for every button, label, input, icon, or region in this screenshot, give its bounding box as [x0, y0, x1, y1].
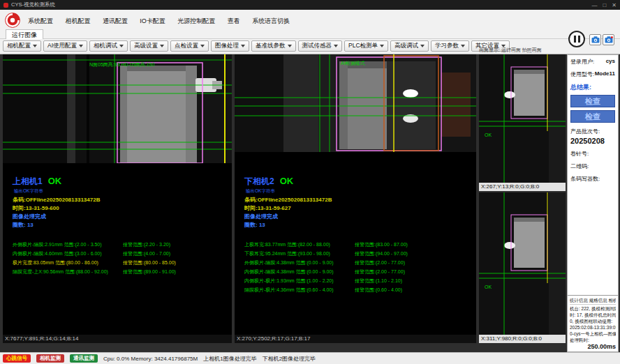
status-badge-0: 心跳信号 [3, 354, 31, 363]
result-box-1: 检查 [570, 95, 615, 107]
toolbar-learning-params[interactable]: 学习参数 [431, 40, 469, 52]
upper-process-status: 图像处理完成 [13, 213, 46, 220]
measurement-row: 内侧极片-隔膜:4.60mm 范围:(3.00 - 6.00) 报警范围:(4.… [13, 250, 230, 257]
measurement-warn: 报警范围:(2.00 - 77.00) [355, 268, 475, 275]
measurement-warn: 报警范围:(2.00 - 77.00) [355, 259, 475, 266]
stats-line: 机台: 222, 换模检测间隔 [570, 305, 616, 312]
camera-thumb-bottom-image[interactable] [479, 192, 566, 335]
upper-turns-text: 圈数: 13 [13, 221, 34, 229]
measurement-warn: 报警范围:(83.00 - 87.00) [355, 241, 475, 248]
batch-value: 20250208 [570, 137, 615, 145]
camera1-status-text: 上相机1图像处理完毕 [203, 355, 256, 363]
lower-camera-name: 下相机2OK [244, 176, 293, 188]
measurement-warn: 报警范围:(4.00 - 7.00) [123, 250, 230, 257]
toolbar-baseline-params[interactable]: 基准线参数 [251, 40, 296, 52]
toolbar-ai-config[interactable]: AI使用配置 [43, 40, 87, 52]
measurement-row: 内侧极片-极片:1.93mm 范围:(1.00 - 2.20) 报警范围:(1.… [244, 278, 475, 285]
result-box-2: 检查 [570, 110, 615, 123]
measurement-row: 外侧极片-隔膜:2.91mm 范围:(2.00 - 3.50) 报警范围:(2.… [13, 241, 230, 248]
measurement-row: 隔膜极片-极片:4.36mm 范围:(0.60 - 4.00) 报警范围:(0.… [244, 287, 475, 294]
camera-view-upper[interactable]: N面05两高:93 HD-05两高:150 上相机1OK 输出OK字符串 条码:… [3, 54, 232, 343]
maximize-button[interactable]: □ [603, 2, 606, 8]
minimize-button[interactable]: — [591, 2, 597, 8]
toolbar-sensor-test[interactable]: 测试传感器 [298, 40, 343, 52]
view-mode-header: 画面显示: 运行画面 拍照画面 [479, 47, 542, 54]
app-logo [3, 11, 22, 29]
stats-line: 0-cys一号上相机—图像 [570, 331, 616, 337]
camera-name-text: 上相机1 [13, 176, 43, 186]
status-badge-2: 通讯监测 [70, 354, 98, 363]
camera-image-upper[interactable] [3, 54, 232, 163]
measurement-warn: 报警范围:(94.00 - 97.00) [355, 250, 475, 257]
toolbar-spot-check[interactable]: 点检设置 [170, 40, 209, 52]
measurement-text: 内侧极片-极片:1.93mm 范围:(1.00 - 2.20) [244, 278, 355, 285]
thumb-bottom-overlay-text: OK [485, 285, 492, 289]
stats-tabs[interactable]: 统计信息 规格信息 相机信息 [570, 297, 616, 305]
thumb-top-pixel-coords: X:267;Y:13;R:0;G:0;B:0 [479, 183, 566, 191]
stats-line: 0, 换模图框联动使用: [570, 318, 616, 324]
upper-camera-name: 上相机1OK [13, 176, 61, 188]
titlebar: CYS-视觉检测系统 — □ ✕ [0, 0, 620, 10]
measurement-warn: 报警范围:(1.10 - 2.10) [355, 278, 475, 285]
menu-item-comm-config[interactable]: 通讯配置 [103, 17, 128, 26]
lower-barcode-text: 条码:OFFline2025020813313472B [244, 196, 332, 204]
measurement-row: 内侧极片-隔膜:4.38mm 范围:(0.00 - 9.00) 报警范围:(2.… [244, 268, 475, 275]
lower-roi-overlay-text: AI检测模式 [341, 60, 365, 67]
measurement-warn: 报警范围:(2.20 - 3.20) [123, 241, 230, 248]
pause-icon [578, 36, 580, 43]
toolbar-plc-checklist[interactable]: PLC检测单 [344, 40, 388, 52]
toolbar-camera-config[interactable]: 相机配置 [3, 40, 41, 52]
batch-label: 产品批次号: [570, 128, 615, 135]
menu-item-io-config[interactable]: IO卡配置 [140, 17, 165, 26]
login-user-label: 登录用户: [570, 58, 594, 66]
processing-time-value: 250.00ms [570, 344, 616, 350]
camera-thumb-top-image[interactable] [479, 54, 566, 183]
pause-icon [574, 36, 576, 43]
measurement-text: 内侧极片-隔膜:4.60mm 范围:(3.00 - 6.00) [13, 250, 123, 257]
camera-view-lower[interactable]: AI检测模式 下相机2OK 输出OK字符串 条码:OFFline20250208… [235, 54, 476, 343]
qrcode-label: 二维码: [570, 162, 615, 170]
thumb-top-overlay-text: OK [485, 132, 492, 137]
app-window: CYS-视觉检测系统 — □ ✕ 系统配置 相机配置 通讯配置 IO卡配置 光源… [0, 0, 620, 364]
camera-image-lower[interactable] [235, 54, 476, 152]
toolbar-advanced-settings[interactable]: 高级设置 [130, 40, 168, 52]
stats-line: 处理耗时: [570, 337, 616, 343]
camera-icon [591, 36, 600, 43]
upper-pixel-coords: X:7677;Y:891;R:14;G:14;B:14 [3, 335, 232, 343]
menu-item-camera-config[interactable]: 相机配置 [65, 17, 90, 26]
menu-item-system-config[interactable]: 系统配置 [28, 17, 53, 26]
menu-item-language[interactable]: 系统语言切换 [252, 17, 290, 26]
menu-item-light-config[interactable]: 光源控制配置 [177, 17, 215, 26]
login-user-value: cys [606, 58, 615, 66]
toolbar-image-processing[interactable]: 图像处理 [211, 40, 249, 52]
camera-thumb-top[interactable]: OK X:267;Y:13;R:0;G:0;B:0 [479, 54, 566, 191]
measurement-text: 隔膜宽度-上X:90.56mm 范围:(88.00 - 92.00) [13, 268, 123, 275]
menu-item-view[interactable]: 查看 [228, 17, 240, 26]
statusbar: 心跳信号 相机监测 通讯监测 Cpu: 0.0% Memory: 3424.41… [0, 352, 620, 364]
upper-time-text: 时间:13-31-59-600 [13, 204, 59, 212]
stats-block: 统计信息 规格信息 相机信息 机台: 222, 换模检测间隔 时: 17, 换模… [568, 295, 618, 351]
close-button[interactable]: ✕ [612, 2, 617, 8]
camera-thumb-bottom[interactable]: OK X:311;Y:980;R:0;G:0;B:0 [479, 192, 566, 343]
model-value: Mode11 [595, 70, 615, 78]
barcode-writer-label: 条码写器数: [570, 175, 615, 183]
camera-record-button[interactable] [603, 34, 614, 45]
toolbar-advanced-debug[interactable]: 高级调试 [390, 40, 429, 52]
app-icon [3, 3, 8, 8]
lower-time-text: 时间:13-31-59-627 [244, 204, 291, 212]
measurement-text: 极片宽度:83.05mm 范围:(80.00 - 86.00) [13, 259, 123, 266]
camera-capture-button[interactable] [589, 34, 601, 45]
stats-line: 2025:02:08-13:31:39:05 [570, 324, 616, 331]
measurement-text: 内侧极片-隔膜:4.38mm 范围:(0.00 - 9.00) [244, 268, 355, 275]
status-badge-1: 相机监测 [36, 354, 64, 363]
toolbar-camera-debug[interactable]: 相机调试 [89, 40, 128, 52]
lower-process-status: 图像处理完成 [244, 213, 278, 220]
upper-output-line: 输出OK字符串 [14, 188, 43, 195]
measurement-warn: 报警范围:(80.00 - 85.00) [123, 259, 230, 266]
window-title: CYS-视觉检测系统 [11, 1, 55, 8]
measurement-text: 上极耳宽:83.77mm 范围:(82.00 - 88.00) [244, 241, 355, 248]
pause-button[interactable] [568, 31, 585, 47]
measurement-row: 下极耳宽:95.24mm 范围:(93.00 - 98.00) 报警范围:(94… [244, 250, 475, 257]
menu: 系统配置 相机配置 通讯配置 IO卡配置 光源控制配置 查看 系统语言切换 [28, 13, 299, 26]
lower-output-line: 输出OK字符串 [246, 188, 275, 195]
